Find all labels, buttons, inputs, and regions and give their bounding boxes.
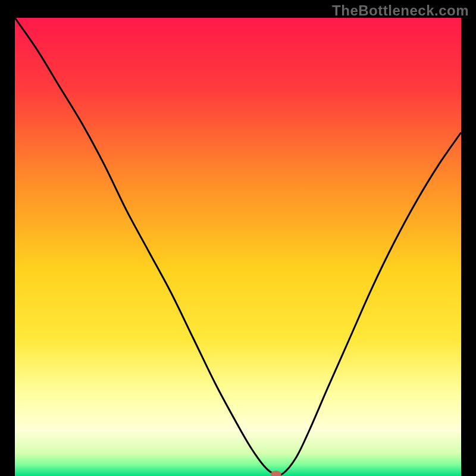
watermark-text: TheBottleneck.com xyxy=(332,2,469,19)
chart-frame: TheBottleneck.com xyxy=(0,0,476,476)
bottleneck-chart xyxy=(15,18,461,476)
chart-svg xyxy=(15,18,461,476)
gradient-background xyxy=(15,18,461,476)
